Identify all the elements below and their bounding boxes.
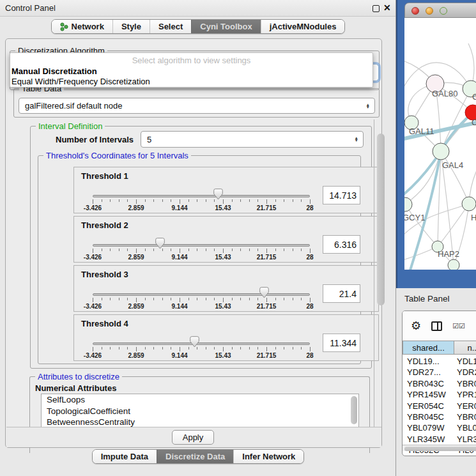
threshold-label: Threshold 1 [81, 171, 128, 181]
tab-select[interactable]: Select [150, 20, 191, 33]
number-of-intervals-label: Number of Intervals [56, 135, 134, 144]
threshold-slider-track[interactable] [93, 293, 310, 296]
network-node[interactable] [433, 143, 449, 160]
network-node-label: GA [472, 92, 476, 102]
threshold-panel-3: Threshold 3-3.4262.8599.14415.4321.71528… [73, 265, 379, 312]
tick-label: 21.715 [257, 204, 277, 211]
table-cell-shared-name[interactable]: YDR27... [407, 367, 441, 378]
threshold-slider-handle[interactable] [190, 336, 199, 348]
number-of-intervals-select[interactable]: 5 ▲▼ [141, 131, 364, 148]
tab-network[interactable]: Network [52, 20, 112, 33]
threshold-slider-handle[interactable] [213, 188, 223, 200]
bottom-tab-infer-network[interactable]: Infer Network [233, 450, 303, 463]
apply-button[interactable]: Apply [172, 430, 214, 445]
stepper-icon: ▲▼ [355, 137, 358, 142]
control-panel-titlebar[interactable]: Control Panel ✕ [0, 0, 395, 17]
table-cell-shared-name[interactable]: YBL079W [407, 422, 445, 433]
algorithm-option-manual[interactable]: Manual Discretization [12, 66, 97, 76]
tab-label: Impute Data [101, 452, 148, 461]
threshold-slider-handle[interactable] [155, 238, 165, 249]
network-graph: GAL80GACGAL11GAL4GCY1HHAP2 [404, 18, 476, 270]
tick-label: 21.715 [257, 254, 277, 261]
bottom-tab-impute-data[interactable]: Impute Data [93, 450, 157, 463]
attribute-item[interactable]: TopologicalCoefficient [42, 406, 358, 417]
bottom-tab-discretize-data[interactable]: Discretize Data [157, 450, 233, 463]
tab-label: Network [72, 22, 104, 31]
window-title: Control Panel [5, 3, 56, 13]
bottom-tabstrip: Impute DataDiscretize DataInfer Network [0, 449, 396, 464]
attribute-item[interactable]: BetweennessCentrality [42, 417, 358, 427]
tab-jactivemnodules[interactable]: jActiveMNodules [261, 20, 345, 33]
settings-scrollbar-thumb[interactable] [377, 134, 385, 305]
network-edge[interactable] [438, 204, 469, 247]
tab-cyni-toolbox[interactable]: Cyni Toolbox [191, 20, 260, 33]
number-of-intervals-value: 5 [147, 135, 151, 144]
tick-label: 15.43 [215, 204, 231, 211]
split-columns-icon[interactable] [431, 321, 442, 331]
close-traffic-light[interactable] [411, 7, 419, 15]
attribute-item[interactable]: SelfLoops [42, 394, 358, 406]
table-cell-shared-name[interactable]: YBR045C [407, 411, 444, 422]
control-panel-window: Control Panel ✕ NetworkStyleSelectCyni T… [0, 0, 396, 476]
threshold-value-field[interactable]: 11.344 [323, 334, 360, 352]
table-cell-shared-name[interactable]: YER054C [407, 401, 444, 411]
thresholds-group-title: Threshold's Coordinates for 5 Intervals [43, 151, 191, 160]
slider-ticks [93, 249, 310, 254]
network-node-label: GAL11 [409, 127, 434, 136]
network-edge[interactable] [405, 204, 438, 247]
threshold-slider-track[interactable] [93, 342, 310, 345]
checkbox-icons[interactable]: ☑☑ [452, 322, 465, 330]
table-hscrollbar[interactable] [403, 445, 476, 451]
close-icon[interactable]: ✕ [383, 3, 391, 13]
minimize-traffic-light[interactable] [426, 7, 433, 15]
tab-style[interactable]: Style [112, 20, 150, 33]
tick-label: 2.859 [128, 352, 144, 359]
table-cell-name[interactable]: YBR0 [457, 411, 476, 422]
table-cell-shared-name[interactable]: YBR043C [407, 378, 444, 389]
threshold-value-field[interactable]: 21.4 [323, 284, 360, 303]
network-view-canvas[interactable]: GAL80GACGAL11GAL4GCY1HHAP2 [404, 18, 476, 270]
table-header-shared[interactable]: shared... [403, 341, 454, 355]
threshold-value-field[interactable]: 14.713 [323, 186, 360, 204]
tick-label: 28 [306, 352, 313, 359]
table-cell-name[interactable]: YBR0 [457, 378, 476, 389]
stepper-icon: ▲▼ [366, 104, 370, 109]
threshold-value-field[interactable]: 6.316 [323, 235, 360, 254]
table-cell-name[interactable]: YDR2 [457, 367, 476, 378]
table-data-select[interactable]: galFiltered.sif default node ▲▼ [19, 98, 375, 114]
table-cell-name[interactable]: YLR3 [457, 434, 476, 445]
threshold-slider-track[interactable] [93, 195, 310, 197]
threshold-slider-track[interactable] [93, 244, 310, 247]
gear-icon[interactable]: ⚙ [411, 320, 421, 332]
network-node-label: GCY1 [404, 213, 425, 222]
network-node[interactable] [462, 197, 476, 211]
list-scrollbar[interactable] [351, 396, 357, 424]
slider-ticks [93, 347, 310, 352]
threshold-slider-handle[interactable] [259, 287, 269, 298]
algorithm-option-equal-width[interactable]: Equal Width/Frequency Discretization [12, 77, 150, 86]
table-cell-shared-name[interactable]: YLR345W [407, 434, 445, 445]
table-cell-name[interactable]: YPR1 [457, 389, 476, 400]
table-header-name[interactable]: n... [454, 341, 476, 355]
network-node[interactable] [448, 259, 459, 270]
network-window-titlebar[interactable] [404, 3, 476, 18]
table-hscrollbar-thumb[interactable] [404, 447, 476, 451]
slider-ticks [93, 199, 310, 204]
table-cell-name[interactable]: YBL0 [457, 422, 476, 433]
table-cell-shared-name[interactable]: YPR145W [407, 389, 446, 400]
thresholds-group: Threshold's Coordinates for 5 Intervals … [38, 155, 361, 364]
tab-label: jActiveMNodules [270, 22, 337, 31]
float-window-icon[interactable] [372, 5, 380, 12]
settings-scrollbar-track[interactable] [374, 119, 388, 427]
tick-label: 28 [306, 303, 313, 310]
table-cell-name[interactable]: YDL1 [457, 356, 476, 367]
numerical-attributes-list[interactable]: SelfLoopsTopologicalCoefficientBetweenne… [41, 394, 359, 427]
table-cell-shared-name[interactable]: YDL19... [407, 356, 440, 367]
zoom-traffic-light[interactable] [440, 7, 447, 15]
table-cell-name[interactable]: YER0 [457, 401, 476, 411]
network-edge[interactable] [441, 151, 469, 204]
tick-label: -3.426 [84, 204, 102, 211]
tick-label: 9.144 [171, 352, 187, 359]
network-node-label: GAL80 [432, 89, 457, 98]
interval-definition-group: Interval Definition Number of Intervals … [30, 126, 372, 369]
